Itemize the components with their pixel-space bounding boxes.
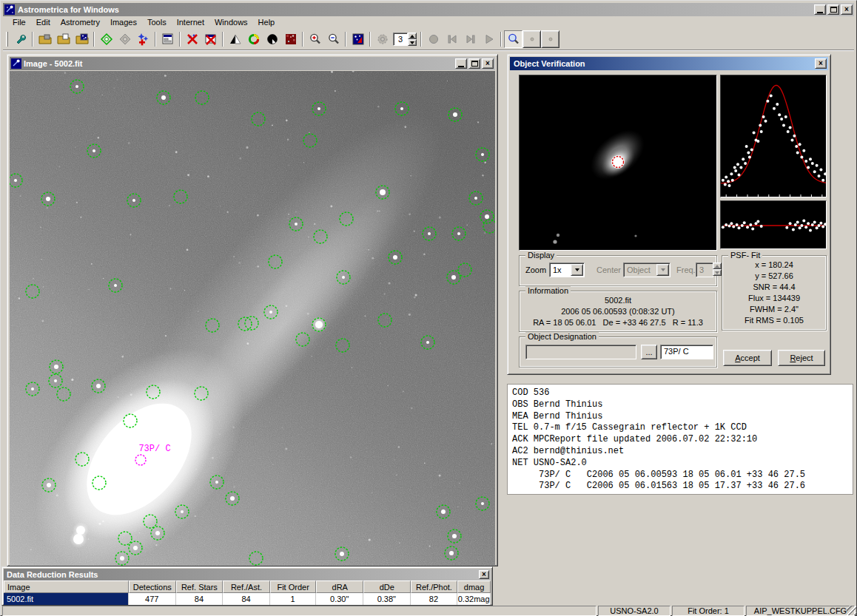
frame-number-value[interactable]: 3 (393, 33, 408, 46)
status-panel-fit-order-1: Fit Order: 1 (672, 606, 745, 616)
close-button[interactable]: × (841, 4, 853, 15)
frame-up-button[interactable] (408, 33, 417, 39)
menu-images[interactable]: Images (105, 16, 142, 29)
zoom-out-icon[interactable] (324, 30, 343, 48)
color-ring-icon[interactable] (244, 30, 263, 48)
resize-grip[interactable] (847, 606, 856, 615)
column-header-ref-ast-[interactable]: Ref./Ast. (223, 581, 270, 593)
app-titlebar[interactable]: Astrometrica for Windows × (3, 3, 854, 16)
menu-edit[interactable]: Edit (31, 16, 56, 29)
object-label: 73P/ C (138, 444, 170, 454)
ov-close-button[interactable]: × (815, 58, 827, 69)
object-id-input[interactable]: 73P/ C (660, 345, 713, 359)
object-verification-dialog: Object Verification × (507, 54, 831, 375)
image-close-button[interactable]: × (482, 58, 494, 69)
play-icon[interactable] (480, 30, 498, 48)
information-legend: Information (525, 286, 571, 295)
menu-tools[interactable]: Tools (142, 16, 172, 29)
frame-down-button[interactable] (408, 39, 417, 46)
maximize-button[interactable] (827, 4, 839, 15)
image-maximize-button[interactable] (468, 58, 480, 69)
zoom-in-icon[interactable] (306, 30, 324, 48)
minimize-button[interactable] (814, 4, 826, 15)
table-cell[interactable]: 82 (411, 593, 458, 605)
ov-title: Object Verification (514, 59, 585, 68)
zoom-combo-arrow[interactable] (571, 264, 583, 276)
column-header-dmag[interactable]: dmag (457, 581, 491, 593)
ov-titlebar[interactable]: Object Verification × (510, 57, 828, 70)
column-header-fit-order[interactable]: Fit Order (270, 581, 317, 593)
image-window-icon (11, 58, 21, 69)
toggle-b-icon[interactable] (541, 30, 559, 48)
column-header-dra[interactable]: dRA (316, 581, 363, 593)
column-header-detections[interactable]: Detections (129, 581, 176, 593)
table-cell[interactable]: 5002.fit (4, 593, 129, 605)
designation-input[interactable] (525, 345, 636, 359)
star-pattern-match-icon[interactable] (349, 30, 367, 48)
psf-value: SNR = 44.4 (722, 282, 826, 294)
accept-button[interactable]: Accept (723, 350, 772, 366)
table-cell[interactable]: 1 (270, 593, 317, 605)
info-datetime: 2006 05 06.00593 (0:08:32 UT) (520, 307, 716, 316)
psf-value: FWHM = 2.4" (722, 305, 826, 316)
app-title: Astrometrica for Windows (18, 5, 119, 14)
known-object-target-icon[interactable] (97, 30, 115, 48)
half-phase-circle-icon[interactable] (263, 30, 281, 48)
report-line: NET USNO-SA2.0 (512, 458, 853, 470)
step-back-icon[interactable] (443, 30, 461, 48)
designation-legend: Object Designation (525, 332, 599, 341)
table-row[interactable]: 5002.fit477848410.30"0.38"820.32mag (4, 593, 491, 605)
open-images-folder-icon[interactable] (36, 30, 54, 48)
step-forward-icon[interactable] (461, 30, 480, 48)
report-line: TEL 0.7-m f/15 Cassegrain reflector + 1K… (512, 422, 853, 434)
open-starmap-folder-icon[interactable] (73, 30, 91, 48)
mpc-report-area[interactable]: COD 536OBS Bernd ThiniusMEA Bernd Thiniu… (507, 384, 853, 495)
column-header-ref-phot-[interactable]: Ref./Phot. (411, 581, 458, 593)
background-contrast-icon[interactable] (226, 30, 244, 48)
add-reference-stars-icon[interactable] (134, 30, 152, 48)
results-close-button[interactable]: × (479, 570, 489, 579)
table-cell[interactable]: 84 (223, 593, 270, 605)
menu-astrometry[interactable]: Astrometry (56, 16, 105, 29)
blink-icon[interactable] (373, 30, 391, 48)
object-thumbnail[interactable] (519, 75, 717, 251)
frame-number-spinner[interactable]: 3 (393, 33, 417, 46)
menu-internet[interactable]: Internet (172, 16, 209, 29)
zoom-combobox[interactable]: 1x (549, 263, 585, 277)
menu-windows[interactable]: Windows (209, 16, 253, 29)
program-settings-wrench-icon[interactable] (11, 30, 30, 48)
ccd-grid-icon[interactable] (281, 30, 300, 48)
column-header-image[interactable]: Image (4, 581, 129, 593)
image-canvas[interactable]: 73P/ C (10, 71, 495, 566)
column-header-ref-stars[interactable]: Ref. Stars (176, 581, 224, 593)
table-cell[interactable]: 0.30" (316, 593, 363, 605)
designation-browse-button[interactable]: ... (641, 345, 657, 359)
freq-spinner[interactable] (713, 263, 722, 276)
report-line: ACK MPCReport file updated 2006.07.02 22… (512, 434, 853, 446)
table-cell[interactable]: 84 (176, 593, 224, 605)
results-titlebar[interactable]: Data Reduction Results × (4, 569, 491, 581)
center-combo-arrow[interactable] (656, 264, 669, 276)
column-header-dde[interactable]: dDe (363, 581, 411, 593)
toolbar-grip[interactable] (6, 32, 8, 47)
table-cell[interactable]: 0.38" (363, 593, 411, 605)
edit-settings-form-icon[interactable] (158, 30, 177, 48)
menu-file[interactable]: File (7, 16, 31, 29)
close-images-x-icon[interactable] (201, 30, 220, 48)
image-minimize-button[interactable] (455, 58, 467, 69)
open-file-folder-icon[interactable] (54, 30, 73, 48)
display-group: Display Zoom 1x Center Object Freq. 3 (519, 255, 717, 286)
status-panel-aip-westkuppel-cfg: AIP_WESTKUPPEL.CFG (746, 606, 855, 616)
image-window-titlebar[interactable]: Image - 5002.fit × (10, 57, 495, 70)
object-target-gray-icon[interactable] (115, 30, 134, 48)
magnifier-toggle-icon[interactable] (504, 30, 522, 48)
reject-button[interactable]: Reject (778, 350, 825, 366)
remove-detections-x-icon[interactable] (183, 30, 201, 48)
freq-value-box: 3 (696, 263, 713, 277)
menu-help[interactable]: Help (253, 16, 280, 29)
center-combobox[interactable]: Object (623, 263, 671, 277)
toggle-a-icon[interactable] (522, 30, 541, 48)
table-cell[interactable]: 0.32mag (457, 593, 491, 605)
record-icon[interactable] (424, 30, 443, 48)
table-cell[interactable]: 477 (129, 593, 176, 605)
